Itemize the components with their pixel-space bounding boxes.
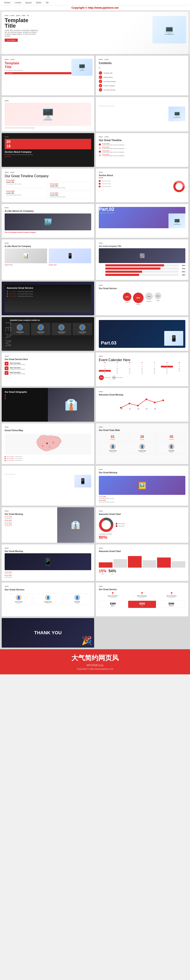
nav-sit[interactable]: Sit — [46, 1, 49, 4]
stat-row-4: 46% — [99, 274, 185, 276]
s6-desc: Lorem ipsum dolor sit amet consectetur a… — [5, 154, 91, 155]
tl-card-1: 01 Jun 2018 Lorem Title Lorem ipsum dolo… — [5, 178, 47, 188]
svg-point-8 — [162, 399, 164, 401]
person-card-1: 👤 Gorky Zimba Designer — [99, 442, 127, 454]
s6-nav: Home — [5, 136, 91, 138]
content-item-4: 04 A Little Company — [99, 84, 185, 88]
s19-cal-grid: Mo Tu We Th Fr Sa Su 28 29 30 1 2 3 4 5 … — [99, 362, 185, 374]
s9-item-2: Short Trust Here — [99, 183, 171, 185]
s23-nav: Home — [99, 426, 185, 428]
person-card-2: 👤 Chimga Giga Developer — [128, 442, 156, 454]
slide-china-map: Home Great China Map 01 Jun 2018 — [2, 423, 94, 464]
s30-nav: Home — [5, 585, 91, 587]
hero-illustration: 💻 — [152, 16, 186, 43]
s7-title: Our Great Timeline — [99, 139, 185, 142]
s27-company: Company Growth — [99, 533, 185, 535]
s6-title: Section About Company — [5, 151, 91, 153]
tl-item-1: 01 Jun 2018 Lorem ipsum dolor sit amet c… — [99, 143, 185, 146]
stat-row-2: 75% — [99, 267, 185, 270]
s28-title: Our Great Mockup — [5, 550, 91, 552]
svg-text:03: 03 — [137, 408, 139, 410]
tl-item-4: 21 Oct 2018 Lorem ipsum dolor sit amet c… — [99, 154, 185, 156]
s31-nav: Home — [99, 585, 185, 587]
svg-point-16 — [42, 445, 43, 447]
s13-title: Our Great Company Title — [99, 245, 185, 247]
part02-bg: Part.02 Lorem ipsum dolor sit amet 💻 — [99, 207, 185, 228]
s30-person-3: 👤 Alexa2Sit Manager — [63, 593, 91, 605]
part3-num: Part.03 — [101, 340, 116, 346]
content-item-5: 05 Our Great Service — [99, 88, 185, 92]
team-card-2: 👤 Lorem Name Designer — [31, 323, 51, 335]
nav-dolor[interactable]: Dolor — [36, 1, 42, 4]
s19-stat-2: 12% Short Text — [112, 375, 123, 380]
nav-ipsum[interactable]: Ipsum — [26, 1, 32, 4]
s29-pct-2: 54% Run — [109, 569, 116, 574]
svg-point-17 — [49, 446, 50, 447]
s22-map — [5, 434, 91, 455]
slide-agc-left: Home Awesome Great Chart 68% Growth 32% … — [96, 507, 188, 543]
team-card-4: 👤 Lorem Name Manager — [73, 323, 92, 335]
watermark: Copyright © http://www.pptstore.net — [0, 5, 190, 10]
s29-nav: Home — [99, 547, 185, 549]
slide-team: TEAM Detailed Case Analysis Inside Us 👤 … — [2, 317, 94, 351]
slide-timeline-full: HomeLorem Our Great Timeline Company 01 … — [2, 169, 94, 202]
hero-btn[interactable]: Your Button — [5, 38, 18, 42]
slide-team-mate: Home Our Great Team Mate 01 Projects 28 … — [96, 423, 188, 464]
s4-desc: Lorem ipsum dolor sit amet consectetur a… — [5, 127, 91, 129]
s14-item-3: 01 Jun 2018 Lorem ipsum dolor sit amet — [7, 296, 89, 297]
slide-part3: Part.03 📱 — [96, 317, 188, 351]
tl-item-3: 15 Oct 2018 Lorem ipsum dolor sit amet c… — [99, 150, 185, 153]
part4-illus: 📱 — [74, 475, 91, 487]
s12-title: A Litle About Us Company — [5, 245, 91, 247]
s20-date-2 — [5, 396, 91, 398]
s19-nav: Home — [99, 355, 185, 357]
s8-title: Our Great Timeline Company — [5, 174, 91, 178]
s18-items: ★ Short Text Here Lorem ipsum dolor sit … — [5, 362, 91, 375]
nav-lorem[interactable]: Lorem — [14, 1, 21, 4]
s2-illus: 🖥️ — [71, 59, 93, 76]
slide-great-service-text: Home Our Great Service Here ★ Short Text… — [2, 352, 94, 386]
s22-stat-2: 05 Oct 2018 Lorem ipsum — [5, 458, 91, 459]
svg-point-15 — [53, 442, 54, 443]
s31-prices: $389 Basic $589 Pro $589 Premium — [99, 601, 185, 608]
slide-our-great-service-final: Home Our Great Service 👤 Gorky Zimba Des… — [2, 582, 94, 616]
s10-title: A Litle About Us Company — [5, 210, 91, 212]
svg-text:02: 02 — [129, 408, 131, 410]
s21-nav: Home — [99, 391, 185, 392]
price-card-1: $389 Basic — [99, 601, 127, 608]
s8-timeline-row: 01 Jun 2018 Lorem Title Lorem ipsum dolo… — [5, 178, 91, 199]
s9-nav: Home — [99, 172, 185, 173]
china-map-svg — [29, 434, 67, 455]
svg-text:05: 05 — [154, 408, 156, 410]
s3-quote: " — [99, 67, 185, 71]
team-title: Detailed Case Analysis Inside Us — [10, 319, 92, 321]
s7-nav: HomeLorem — [99, 136, 185, 138]
bottom-banner: 大气简约网页风 WFS2008 出品 Copyright © http://ww… — [0, 649, 190, 675]
s12-short: SHORT TEXT — [5, 264, 47, 266]
s20-date-3 — [5, 398, 91, 399]
content-item-3: 03 Our Great Timeline — [99, 80, 185, 83]
slide-awesome-service: Awesome Great Service 01 Jun 2018 Lorem … — [2, 282, 94, 315]
slide-awesome-mockup: Our Smart Infographic 👔 — [2, 388, 94, 422]
slide-section-about: Home Section About Short Trust Here Shor… — [96, 169, 188, 202]
banner-sub1: WFS2008 出品 — [4, 663, 186, 667]
s9-title: Section About — [99, 174, 185, 177]
nav-home[interactable]: Home — [4, 1, 10, 4]
s12-short2: SHORT TEXT — [49, 264, 91, 266]
part01-illus: 💻 — [168, 107, 185, 121]
slides-grid: HomeLorem Template Title Lorem dolor sit… — [0, 54, 190, 649]
s30-person-2: 👤 Chimga Giga Developer — [34, 593, 62, 605]
svg-point-14 — [46, 442, 48, 444]
price-card-3: $589 Premium — [157, 601, 185, 608]
s9-item-3: Short Trust Here — [99, 186, 171, 187]
s22-title: Great China Map — [5, 429, 91, 431]
s29-title: Awesome Great Chart — [99, 550, 185, 552]
team-cards: 👤 Lorem Name CEO 👤 Lorem Name Designer 👤… — [10, 323, 92, 335]
s28-img: 📱 — [5, 553, 91, 570]
s10-subtitle: This is Probably the Best Premium Templa… — [5, 232, 91, 233]
tl-card-4: 21 Oct 2018 Lorem Title Lorem ipsum dolo… — [49, 191, 91, 199]
s4-nav: Home — [5, 100, 91, 102]
s29-bars — [99, 555, 185, 568]
s9-line — [99, 178, 103, 178]
slide-great-mockup-2: Home Our Great Mockup 01 Jun 2018 Lorem … — [2, 507, 94, 543]
